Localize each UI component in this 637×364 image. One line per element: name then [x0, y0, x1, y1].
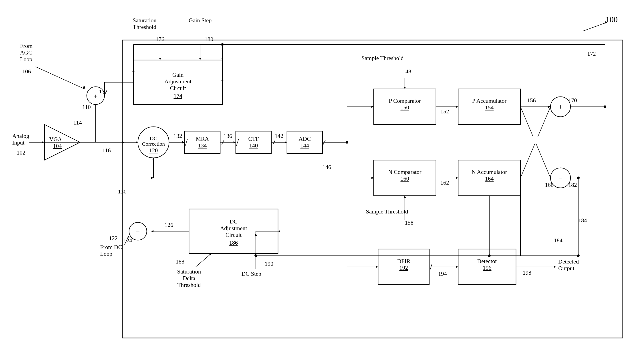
summer2-symbol: + — [136, 228, 140, 235]
analog-input-label: Analog — [12, 133, 29, 139]
ref-102: 102 — [17, 150, 25, 156]
ref-126: 126 — [164, 222, 173, 228]
sat-delta-label1: Saturation — [177, 268, 201, 275]
ref-176: 176 — [156, 36, 164, 42]
adc-label: ADC — [299, 136, 311, 142]
summer1-symbol: + — [94, 92, 98, 100]
detected-output-label2: Output — [558, 265, 574, 272]
detector-label: Detector — [477, 258, 497, 264]
gain-adj-label1: Gain — [172, 72, 184, 78]
gain-step-label: Gain Step — [188, 17, 212, 24]
ref-136: 136 — [224, 133, 232, 139]
ref-106: 106 — [22, 68, 31, 75]
ref-122: 122 — [109, 235, 118, 242]
ref-158: 158 — [405, 220, 414, 226]
sample-threshold-n-label: Sample Threshold — [366, 208, 408, 215]
sat-delta-label3: Threshold — [177, 282, 200, 288]
ref-142: 142 — [275, 133, 283, 139]
dc-adj-label3: Circuit — [226, 232, 242, 238]
gain-adj-label3: Circuit — [170, 85, 186, 92]
ref-152: 152 — [440, 108, 449, 115]
ctf-ref: 140 — [249, 142, 258, 149]
mra-label: MRA — [196, 136, 209, 142]
ref-190: 190 — [265, 260, 273, 267]
dc-step-label: DC Step — [242, 270, 261, 277]
svg-point-120 — [254, 254, 257, 257]
sat-delta-label2: Delta — [183, 275, 196, 282]
svg-rect-0 — [0, 0, 637, 364]
ref-110: 110 — [82, 104, 91, 110]
sat-threshold-label2: Threshold — [133, 24, 156, 30]
ref-112: 112 — [99, 88, 108, 95]
from-dc-loop-label1: From DC — [100, 244, 122, 250]
ref-184b: 184 — [554, 237, 562, 244]
dc-adj-ref: 186 — [229, 240, 238, 246]
ref-114: 114 — [74, 120, 82, 126]
from-dc-loop-label2: Loop — [100, 250, 112, 257]
n-accumulator-ref: 164 — [485, 176, 494, 182]
dfir-label: DFIR — [397, 258, 410, 264]
ref-170: 170 — [568, 97, 577, 104]
n-comparator-ref: 160 — [400, 176, 409, 182]
analog-input-label2: Input — [12, 140, 25, 146]
ref-182: 182 — [568, 182, 577, 188]
ref-156: 156 — [527, 97, 536, 104]
adder2-symbol: + — [558, 103, 562, 111]
dc-correction-ref: 120 — [149, 147, 158, 154]
detector-ref: 196 — [483, 264, 492, 271]
ref-132: 132 — [174, 133, 182, 139]
ref-130: 130 — [118, 188, 126, 195]
sat-threshold-label1: Saturation — [133, 17, 156, 24]
svg-point-123 — [577, 176, 580, 179]
ref-172: 172 — [587, 50, 596, 57]
subtractor-symbol: − — [558, 174, 562, 182]
gain-adj-label2: Adjustment — [164, 78, 192, 85]
svg-point-62 — [604, 106, 606, 108]
adc-ref: 144 — [300, 142, 309, 149]
svg-rect-54 — [532, 137, 538, 144]
n-accumulator-label: N Accumulator — [472, 169, 507, 175]
vga-ref: 104 — [53, 143, 62, 149]
n-comparator-label: N Comparator — [388, 169, 422, 175]
detected-output-label: Detected — [558, 258, 579, 265]
mra-ref: 134 — [198, 142, 207, 149]
dc-adj-label1: DC — [230, 218, 238, 225]
ref-166: 166 — [545, 182, 554, 188]
p-accumulator-ref: 154 — [485, 104, 494, 111]
ref-188: 188 — [176, 258, 184, 265]
dc-correction-label1: DC — [150, 136, 157, 141]
dc-correction-label2: Correction — [142, 141, 165, 147]
p-comparator-label: P Comparator — [389, 98, 421, 104]
dc-adj-label2: Adjustment — [220, 225, 247, 232]
p-accumulator-label: P Accumulator — [472, 98, 507, 104]
ref-184: 184 — [578, 217, 587, 224]
sample-threshold-p-label: Sample Threshold — [362, 55, 404, 61]
ctf-label: CTF — [248, 136, 259, 142]
diagram-container: 100 VGA 104 Analog Input 102 + 110 From … — [0, 0, 637, 364]
ref-180: 180 — [204, 36, 213, 42]
agc-loop-label3: Loop — [20, 56, 32, 62]
ref-148: 148 — [402, 68, 411, 75]
agc-loop-label1: From — [20, 43, 32, 49]
ref-146: 146 — [322, 164, 331, 170]
agc-loop-label2: AGC — [20, 49, 32, 56]
gain-adj-ref: 174 — [174, 93, 182, 99]
ref-100: 100 — [606, 15, 618, 24]
vga-label: VGA — [50, 136, 62, 142]
ref-116: 116 — [102, 147, 111, 154]
svg-point-82 — [221, 43, 224, 46]
ref-198: 198 — [523, 270, 531, 276]
p-comparator-ref: 150 — [400, 104, 409, 111]
dfir-ref: 192 — [400, 264, 408, 271]
ref-194: 194 — [438, 270, 447, 277]
ref-162: 162 — [440, 180, 449, 186]
